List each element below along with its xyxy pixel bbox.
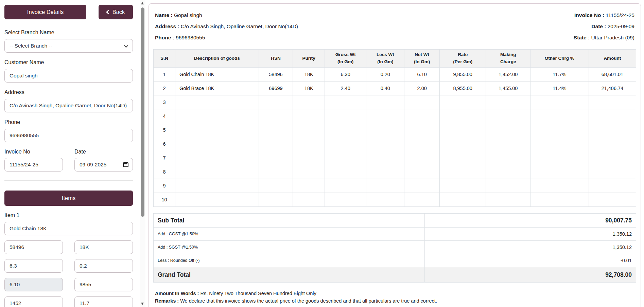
totals-value: 1,350.12 [425,241,636,254]
app-root: Invoice Details Back Select Branch Name … [0,0,644,307]
column-header: Net Wt (In Gm) [404,50,440,68]
table-cell [293,123,325,137]
totals-value: 92,708.00 [425,267,636,283]
chevron-left-icon [106,10,110,14]
calendar-icon[interactable] [123,162,128,167]
table-cell: 21,406.74 [589,82,636,95]
item1-description-input[interactable] [4,222,133,235]
table-cell: 2.40 [325,82,366,95]
table-cell [440,165,486,179]
phone-input[interactable] [4,129,133,142]
table-cell [530,193,589,207]
date-label: Date : [591,23,606,29]
column-header: S.N [154,50,175,68]
table-cell [589,109,636,123]
table-cell [486,95,530,109]
table-row: 5 [154,123,636,137]
customer-name-input[interactable] [4,69,133,83]
table-cell: 18K [293,82,325,95]
table-cell [366,137,404,151]
scroll-down-arrow-icon[interactable] [141,303,144,305]
totals-row: Less : Rounded Off (-)-0.01 [154,254,636,267]
totals-value: 1,350.12 [425,228,636,241]
chevron-down-icon [124,43,128,48]
table-row: 1Gold Chain 18K5849618K6.300.206.109,855… [154,68,636,82]
table-cell [325,95,366,109]
table-cell [175,137,259,151]
item1-other-chrg-input[interactable] [74,296,133,307]
table-cell [440,179,486,193]
customer-name-label: Customer Name [4,59,133,66]
item1-rate-input[interactable] [74,278,133,291]
amount-in-words-line: Amount In Words : Rs. Ninety Two Thousan… [155,290,634,297]
totals-table-body: Sub Total90,007.75Add : CGST @1.50%1,350… [154,214,636,283]
invoice-no-label: Invoice No : [574,12,604,18]
totals-label: Add : CGST @1.50% [154,228,425,241]
table-cell [325,123,366,137]
table-cell [589,123,636,137]
date-value: 2025-09-09 [608,23,634,29]
table-cell [530,123,589,137]
table-cell [366,179,404,193]
table-cell [589,193,636,207]
table-cell: 11.7% [530,68,589,82]
item1-hsn-input[interactable] [4,240,63,254]
table-cell: 2 [154,82,175,95]
sidebar-button-row: Invoice Details Back [4,5,133,19]
back-button[interactable]: Back [99,5,133,19]
totals-label: Grand Total [154,267,425,283]
table-cell [486,151,530,165]
table-cell [530,151,589,165]
table-cell: 6.10 [404,68,440,82]
table-cell [404,193,440,207]
invoice-customer-phone: Phone : 9696980555 [155,34,298,42]
table-row: 9 [154,179,636,193]
table-cell [293,165,325,179]
item1-gross-wt-input[interactable] [4,259,63,273]
table-cell: 9,855.00 [440,68,486,82]
table-cell [325,193,366,207]
scrollbar-thumb[interactable] [141,7,144,217]
items-table: S.NDescription of goodsHSNPurityGross Wt… [153,49,636,207]
table-cell [404,95,440,109]
remarks-value: We declare that this invoice shows the a… [180,298,437,304]
table-cell [440,123,486,137]
invoice-preview-panel: Name : Gopal singh Address : C/o Avinash… [149,3,641,307]
table-cell [530,95,589,109]
totals-value: -0.01 [425,254,636,267]
table-cell [404,179,440,193]
table-cell [293,179,325,193]
phone-label: Phone [4,119,133,125]
invoice-no-label: Invoice No [4,149,63,155]
table-cell: 10 [154,193,175,207]
table-cell [440,109,486,123]
address-input[interactable] [4,99,133,112]
item1-making-charge-input[interactable] [4,296,63,307]
table-cell: 9 [154,179,175,193]
invoice-no-value: 11155/24-25 [606,12,634,18]
date-label: Date [74,149,133,155]
invoice-no-input[interactable] [4,158,63,171]
table-cell [325,137,366,151]
item1-purity-input[interactable] [74,240,133,254]
table-cell [259,109,293,123]
table-cell [175,95,259,109]
phone-label: Phone : [155,35,174,40]
table-cell [589,179,636,193]
amount-in-words-value: Rs. Ninety Two Thousand Seven Hundred Ei… [200,291,316,296]
table-cell [440,137,486,151]
sidebar-divider [4,180,133,181]
sidebar-scrollbar[interactable] [140,0,145,307]
table-cell [259,165,293,179]
state-value: Uttar Pradesh (09) [591,35,635,40]
item1-less-wt-input[interactable] [74,259,133,273]
table-cell [259,179,293,193]
table-cell: 0.40 [366,82,404,95]
invoice-customer-address: Address : C/o Avinash Singh, Opaline Gar… [155,22,298,31]
invoice-details-button[interactable]: Invoice Details [4,5,86,19]
table-cell: 6.30 [325,68,366,82]
branch-select[interactable]: -- Select Branch -- [4,39,133,53]
table-row: 8 [154,165,636,179]
address-label: Address : [155,23,179,29]
scroll-up-arrow-icon[interactable] [141,2,144,4]
